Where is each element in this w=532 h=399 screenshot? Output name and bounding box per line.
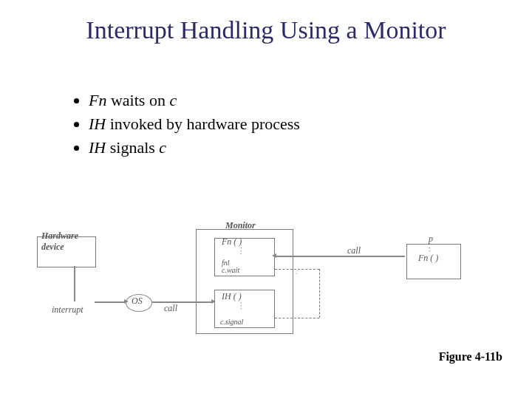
dash-signal: [275, 318, 319, 318]
call-label: call: [164, 303, 177, 314]
bullet-item: IH invoked by hardware process: [89, 112, 532, 136]
p-label: p: [429, 233, 433, 245]
interrupt-label: interrupt: [52, 304, 83, 316]
cwait-label: c.wait: [222, 266, 239, 274]
bullet-text: signals: [106, 138, 159, 157]
bullet-list: Fn waits on c IH invoked by hardware pro…: [44, 89, 532, 160]
os-call-line: [152, 301, 213, 303]
bullet-text: waits on: [106, 91, 169, 109]
bullet-em: c: [169, 91, 177, 109]
slide-title: Interrupt Handling Using a Monitor: [0, 16, 532, 44]
call2-label: call: [347, 245, 361, 256]
bullet-em: IH: [89, 138, 106, 157]
fn-decl-label: Fn ( ): [222, 236, 242, 248]
interrupt-vline: [74, 266, 75, 301]
bullet-item: Fn waits on c: [89, 89, 532, 112]
csignal-label: c.signal: [220, 318, 243, 326]
bullet-item: IH signals c: [89, 136, 532, 160]
bullet-text: invoked by hardware process: [106, 115, 300, 133]
monitor-label: Monitor: [225, 220, 256, 231]
diagram: Hardware device Monitor Fn ( ) ··· fnl c…: [37, 231, 495, 341]
bullet-em: Fn: [89, 91, 106, 109]
p-call-line: [275, 256, 405, 257]
ih-decl-label: IH ( ): [222, 291, 242, 302]
dash-vert: [319, 269, 320, 318]
interrupt-line: [95, 301, 126, 303]
bullet-em: c: [159, 138, 166, 157]
figure-caption: Figure 4-11b: [439, 350, 502, 364]
hardware-device-label: Hardware device: [41, 231, 78, 253]
slide: Interrupt Handling Using a Monitor Fn wa…: [0, 16, 532, 399]
bullet-em: IH: [89, 115, 106, 133]
os-label: OS: [132, 296, 143, 307]
